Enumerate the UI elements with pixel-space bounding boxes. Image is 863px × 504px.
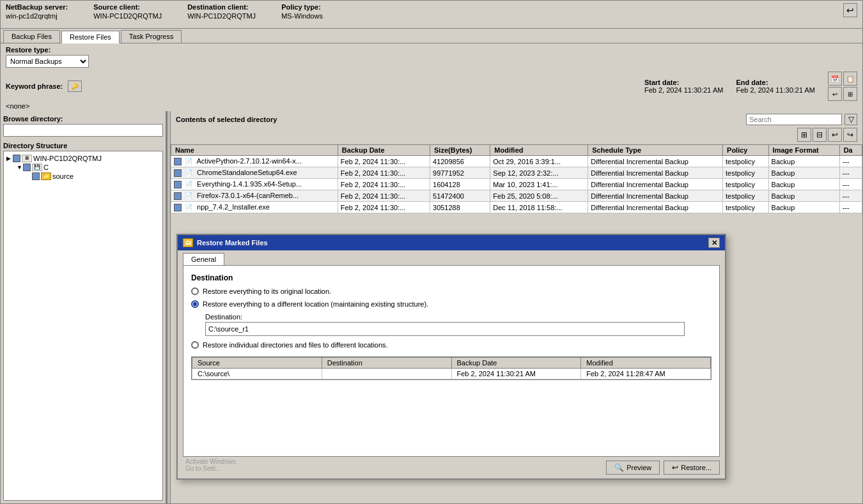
browse-path-input[interactable] (3, 124, 163, 137)
dialog-title-bar: 🗂 Restore Marked Files ✕ (178, 235, 725, 250)
file-da: --- (839, 167, 862, 179)
keyword-icon-btn[interactable]: 🔑 (68, 80, 82, 92)
inner-col-source[interactable]: Source (192, 358, 322, 369)
col-size[interactable]: Size(Bytes) (430, 145, 490, 156)
header-restore-btn[interactable]: ↩ (843, 3, 857, 17)
file-da: --- (839, 156, 862, 167)
col-da[interactable]: Da (839, 145, 862, 156)
file-name-cell[interactable]: 📄 npp_7.4.2_Installer.exe (171, 202, 338, 213)
radio-original-row[interactable]: Restore everything to its original locat… (191, 287, 711, 295)
inner-table-row: C:\source\ Feb 2, 2024 11:30:21 AM Feb 2… (192, 369, 711, 379)
col-image-format[interactable]: Image Format (768, 145, 839, 156)
calendar-icon-1[interactable]: 📅 (828, 72, 842, 86)
table-row: 📄 ActivePython-2.7.10.12-win64-x... Feb … (171, 156, 862, 167)
netbackup-server-value: win-pc1d2qrqtmj (6, 12, 68, 20)
dialog-tabs: General (178, 250, 725, 265)
toolbar-icon-2[interactable]: ⊟ (812, 128, 827, 142)
tab-restore-files[interactable]: Restore Files (61, 31, 120, 43)
col-policy[interactable]: Policy (723, 145, 769, 156)
file-size: 3051288 (430, 202, 490, 213)
tree-label-computer[interactable]: WIN-PC1D2QRQTMJ (33, 155, 102, 162)
start-date-label: Start date: (644, 79, 679, 86)
tree-checkbox-source[interactable] (32, 172, 40, 180)
dialog-title-text: Restore Marked Files (197, 239, 268, 247)
file-backup-date: Feb 2, 2024 11:30:... (338, 202, 430, 213)
dialog-restore-icon: 🗂 (183, 238, 193, 247)
dialog-tab-general[interactable]: General (183, 253, 224, 265)
file-modified: Sep 12, 2023 2:32:... (490, 167, 588, 179)
tree-item-computer[interactable]: ▶ 🖥 WIN-PC1D2QRQTMJ (6, 154, 160, 163)
inner-cell-destination (322, 369, 451, 379)
filter-icon[interactable]: ▽ (844, 114, 857, 125)
header-bar: NetBackup server: win-pc1d2qrqtmj Source… (1, 1, 862, 29)
file-size: 51472400 (430, 190, 490, 202)
table-row: 📄 npp_7.4.2_Installer.exe Feb 2, 2024 11… (171, 202, 862, 213)
restore-type-dropdown[interactable]: Normal Backups (6, 55, 89, 68)
preview-button[interactable]: 🔍 Preview (606, 461, 660, 475)
file-policy: testpolicy (723, 167, 769, 179)
file-icon: 📄 (185, 169, 194, 177)
tree-label-source[interactable]: source (52, 172, 74, 180)
file-modified: Dec 11, 2018 11:58:... (490, 202, 588, 213)
source-client-label: Source client: (93, 3, 162, 11)
inner-table-wrapper[interactable]: Source Destination Backup Date Modified … (191, 356, 711, 380)
toolbar-icon-3[interactable]: ↩ (828, 128, 842, 142)
file-name-cell[interactable]: 📄 ActivePython-2.7.10.12-win64-x... (171, 156, 338, 167)
dialog-close-button[interactable]: ✕ (708, 238, 720, 248)
inner-cell-modified: Feb 2, 2024 11:28:47 AM (581, 369, 711, 379)
col-modified[interactable]: Modified (490, 145, 588, 156)
end-date-section: End date: Feb 2, 2024 11:30:21 AM (736, 79, 815, 94)
inner-col-backup-date[interactable]: Backup Date (451, 358, 581, 369)
calendar-icon-3[interactable]: ↩ (828, 87, 842, 101)
file-schedule-type: Differential Incremental Backup (588, 156, 723, 167)
tree-item-source[interactable]: 📁 source (6, 172, 160, 181)
file-backup-date: Feb 2, 2024 11:30:... (338, 156, 430, 167)
restore-icon[interactable]: ↩ (843, 3, 857, 17)
tab-backup-files[interactable]: Backup Files (3, 30, 60, 43)
tree-item-drive[interactable]: ▼ 💾 C (6, 163, 160, 172)
end-date-value: Feb 2, 2024 11:30:21 AM (736, 86, 815, 94)
restore-type-label: Restore type: (6, 46, 51, 54)
file-image-format: Backup (768, 202, 839, 213)
file-name-cell[interactable]: 📄 Everything-1.4.1.935.x64-Setup... (171, 179, 338, 190)
toolbar-icon-4[interactable]: ↪ (843, 128, 857, 142)
file-size: 1604128 (430, 179, 490, 190)
inner-col-destination[interactable]: Destination (322, 358, 451, 369)
radio-original-label: Restore everything to its original locat… (203, 287, 331, 295)
col-backup-date[interactable]: Backup Date (338, 145, 430, 156)
tree-expand-drive[interactable]: ▼ (17, 164, 22, 171)
source-client-section: Source client: WIN-PC1D2QRQTMJ (93, 3, 162, 20)
file-name-cell[interactable]: 📄 ChromeStandaloneSetup64.exe (171, 167, 338, 179)
inner-cell-source: C:\source\ (192, 369, 322, 379)
restore-button[interactable]: ↩ Restore... (664, 461, 720, 475)
radio-individual[interactable] (191, 341, 199, 349)
file-name-cell[interactable]: 📄 Firefox-73.0.1-x64-(canRemeb... (171, 190, 338, 202)
destination-client-section: Destination client: WIN-PC1D2QRQTMJ (187, 3, 256, 20)
file-backup-date: Feb 2, 2024 11:30:... (338, 179, 430, 190)
col-name[interactable]: Name (171, 145, 338, 156)
browse-directory-label: Browse directory: (3, 114, 163, 124)
search-input[interactable] (746, 114, 842, 125)
restore-btn-icon: ↩ (672, 463, 678, 472)
radio-original[interactable] (191, 287, 199, 295)
inner-col-modified[interactable]: Modified (581, 358, 711, 369)
file-backup-date: Feb 2, 2024 11:30:... (338, 167, 430, 179)
watermark-text: Activate WindowsGo to Setti... (185, 458, 236, 472)
keyword-edit-icon[interactable]: 🔑 (68, 80, 82, 92)
tree-checkbox-computer[interactable] (13, 155, 20, 162)
tree-checkbox-drive[interactable] (23, 164, 31, 171)
tab-task-progress[interactable]: Task Progress (121, 30, 182, 43)
radio-different[interactable] (191, 300, 199, 308)
toolbar-icon-1[interactable]: ⊞ (797, 128, 811, 142)
tree-label-drive[interactable]: C (43, 164, 49, 171)
col-schedule-type[interactable]: Schedule Type (588, 145, 723, 156)
radio-individual-row[interactable]: Restore individual directories and files… (191, 341, 711, 349)
calendar-icon-2[interactable]: 📋 (843, 72, 857, 86)
destination-input[interactable] (205, 322, 685, 336)
file-icon: 📄 (185, 204, 194, 211)
radio-different-row[interactable]: Restore everything to a different locati… (191, 300, 711, 308)
tree-expand-computer[interactable]: ▶ (6, 155, 12, 162)
file-table: Name Backup Date Size(Bytes) Modified Sc… (171, 144, 862, 213)
calendar-icon-4[interactable]: ⊞ (843, 87, 857, 101)
folder-icon: 📁 (41, 172, 51, 180)
